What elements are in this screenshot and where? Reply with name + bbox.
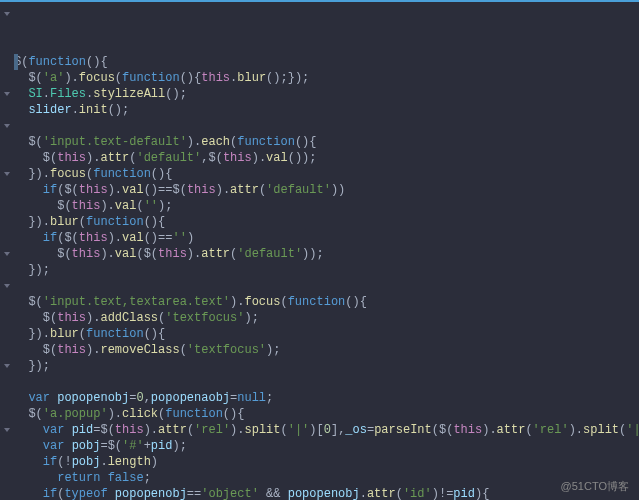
token-p: ( [281,423,288,437]
token-p: == [187,487,201,500]
gutter-blank [0,182,14,198]
code-line[interactable]: var pid=$(this).attr('rel').split('|')[0… [14,422,639,438]
token-kw: var [28,391,50,405]
token-p: }). [14,167,50,181]
token-p [14,391,28,405]
token-p: ()== [144,231,173,245]
token-p: ). [252,151,266,165]
token-str: 'textfocus' [187,343,266,357]
token-p: . [72,103,79,117]
token-p: ( [79,215,86,229]
cursor [14,54,18,70]
code-line[interactable]: $('a.popup').click(function(){ [14,406,639,422]
token-p [64,423,71,437]
gutter-blank [0,470,14,486]
token-p [14,103,28,117]
token-fn: attr [367,487,396,500]
token-p: (){ [223,407,245,421]
token-fn: blur [50,327,79,341]
token-kw: function [165,407,223,421]
code-line[interactable]: if($(this).val()==$(this).attr('default'… [14,182,639,198]
fold-arrow-icon[interactable] [0,118,14,134]
code-line[interactable]: $('input.text,textarea.text').focus(func… [14,294,639,310]
code-line[interactable]: $('a').focus(function(){this.blur();}); [14,70,639,86]
token-this: this [453,423,482,437]
token-var: slider [28,103,71,117]
token-fn: parseInt [374,423,432,437]
code-line[interactable]: if($(this).val()=='') [14,230,639,246]
code-line[interactable]: }); [14,358,639,374]
token-p: ($( [136,247,158,261]
code-line[interactable]: $(this).val($(this).attr('default')); [14,246,639,262]
fold-arrow-icon[interactable] [0,166,14,182]
token-p [64,439,71,453]
gutter-blank [0,38,14,54]
token-fn: attr [230,183,259,197]
token-p: ( [115,71,122,85]
token-kw: function [288,295,346,309]
code-line[interactable]: return false; [14,470,639,486]
gutter-blank [0,230,14,246]
token-str: '' [172,231,186,245]
code-line[interactable]: var pobj=$('#'+pid); [14,438,639,454]
code-line[interactable]: $(this).val(''); [14,198,639,214]
token-var: pobj [72,455,101,469]
token-p: ( [280,295,287,309]
code-line[interactable]: $(this).removeClass('textfocus'); [14,342,639,358]
fold-arrow-icon[interactable] [0,358,14,374]
token-p: ). [482,423,496,437]
token-fn: val [115,199,137,213]
code-line[interactable]: $(this).addClass('textfocus'); [14,310,639,326]
token-p: $( [14,151,57,165]
token-p: )!= [432,487,454,500]
code-line[interactable]: $(function(){ [14,54,639,70]
token-p: ( [136,199,143,213]
code-line[interactable]: }); [14,262,639,278]
token-p: (){ [180,71,202,85]
fold-arrow-icon[interactable] [0,422,14,438]
code-line[interactable]: }).blur(function(){ [14,214,639,230]
fold-arrow-icon[interactable] [0,6,14,22]
code-line[interactable] [14,374,639,390]
token-str: 'rel' [533,423,569,437]
token-p: + [144,439,151,453]
code-line[interactable]: if(typeof popopenobj=='object' && popope… [14,486,639,500]
fold-arrow-icon[interactable] [0,278,14,294]
code-line[interactable]: slider.init(); [14,102,639,118]
code-line[interactable] [14,118,639,134]
gutter-blank [0,22,14,38]
token-p: ). [144,423,158,437]
code-line[interactable]: $(this).attr('default',$(this).val()); [14,150,639,166]
token-fn: focus [79,71,115,85]
code-editor[interactable]: $(function(){ $('a').focus(function(){th… [0,2,639,500]
code-area[interactable]: $(function(){ $('a').focus(function(){th… [14,2,639,500]
fold-arrow-icon[interactable] [0,246,14,262]
token-p: ). [108,231,122,245]
token-p [14,231,43,245]
token-kw: typeof [64,487,107,500]
code-line[interactable] [14,278,639,294]
token-fn: init [79,103,108,117]
token-p [14,119,43,133]
token-str: 'id' [403,487,432,500]
token-str: '#' [122,439,144,453]
gutter-blank [0,342,14,358]
gutter-blank [0,102,14,118]
token-str: 'input.text-default' [43,135,187,149]
code-line[interactable]: SI.Files.stylizeAll(); [14,86,639,102]
token-kw: null [237,391,266,405]
token-str: 'input.text,textarea.text' [43,295,230,309]
code-line[interactable]: var popopenobj=0,popopenaobj=null; [14,390,639,406]
token-kw: function [93,167,151,181]
fold-arrow-icon[interactable] [0,86,14,102]
token-p [14,487,43,500]
code-line[interactable]: $('input.text-default').each(function(){ [14,134,639,150]
code-line[interactable]: }).focus(function(){ [14,166,639,182]
token-p: (){ [144,215,166,229]
watermark: @51CTO博客 [561,479,629,494]
token-var: pid [72,423,94,437]
code-line[interactable]: if(!pobj.length) [14,454,639,470]
token-str: 'textfocus' [165,311,244,325]
token-p: $( [14,295,43,309]
code-line[interactable]: }).blur(function(){ [14,326,639,342]
